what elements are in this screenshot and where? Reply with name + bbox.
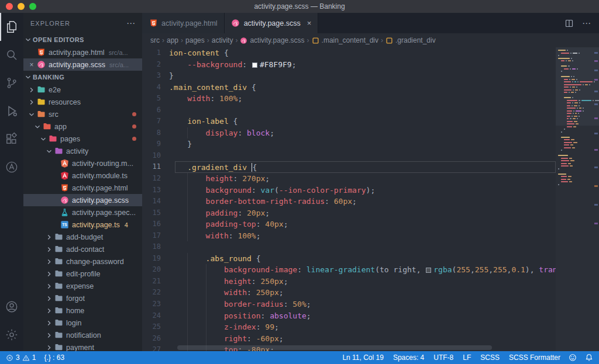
folder-icon (36, 110, 46, 119)
line-number: 8 (142, 127, 169, 139)
breadcrumb-activity-page-scss[interactable]: activity.page.scss (240, 36, 304, 44)
folder-edit-profile[interactable]: edit-profile (23, 268, 142, 280)
feedback-smiley-icon[interactable] (569, 353, 577, 362)
close-window-button[interactable] (6, 3, 13, 10)
code-line-23: 23border-radius: 50%; (142, 299, 556, 310)
search-icon[interactable] (0, 41, 23, 69)
open-editors-header[interactable]: OPEN EDITORS (23, 33, 142, 46)
chevron-right-icon (44, 233, 54, 242)
symbol-class-icon (385, 37, 393, 44)
breadcrumb-separator-icon: › (207, 36, 209, 44)
status-utf-8[interactable]: UTF-8 (433, 353, 453, 362)
folder-src[interactable]: src (23, 108, 142, 120)
status-scss[interactable]: SCSS (480, 353, 500, 362)
open-editor-activity-page-scss[interactable]: ×activity.page.scsssrc/a... (23, 58, 142, 71)
breadcrumb-main-content-div[interactable]: .main_content_div (312, 36, 378, 44)
label: activity (66, 147, 88, 155)
minimize-window-button[interactable] (18, 3, 25, 10)
folder-activity[interactable]: activity (23, 145, 142, 157)
code-editor[interactable]: 1ion-content {2--background: #F8F9F9;3}4… (142, 47, 599, 351)
code-line-1: 1ion-content { (142, 47, 556, 59)
folder-forgot[interactable]: forgot (23, 292, 142, 304)
file-activity-page-scss[interactable]: activity.page.scss (23, 194, 142, 206)
folder-icon (48, 134, 57, 144)
file-activity-page-ts[interactable]: TSactivity.page.ts4 (23, 219, 142, 231)
breadcrumb-app[interactable]: app (167, 36, 178, 44)
status-bar-right: Ln 11, Col 19Spaces: 4UTF-8LFSCSSSCSS Fo… (342, 353, 560, 362)
html-file-icon (36, 48, 46, 57)
breadcrumb-label: activity (212, 36, 233, 44)
folder-pages[interactable]: pages (23, 133, 142, 145)
line-content: height: 250px; (169, 276, 288, 287)
folder-change-password[interactable]: change-password (23, 255, 142, 268)
line-number: 7 (142, 116, 169, 127)
horizontal-scrollbar[interactable] (177, 345, 548, 350)
explorer-icon[interactable] (0, 13, 23, 41)
tab-activity-page-html[interactable]: activity.page.html (142, 13, 225, 33)
label: activity-routing.m... (72, 160, 133, 168)
line-number: 24 (142, 310, 169, 322)
notifications-bell-icon[interactable] (585, 353, 593, 362)
minimap-slider[interactable] (556, 47, 599, 126)
folder-add-budget[interactable]: add-budget (23, 231, 142, 243)
window-controls (0, 3, 36, 10)
breadcrumb-src[interactable]: src (150, 36, 160, 44)
test-file-icon (60, 208, 69, 217)
label: forgot (66, 294, 85, 303)
symbol-class-icon (312, 37, 319, 44)
settings-icon[interactable] (0, 321, 23, 349)
split-editor-icon[interactable] (564, 19, 574, 28)
code-line-6: 6 (142, 105, 556, 116)
chevron-down-icon (33, 122, 42, 131)
folder-icon (42, 122, 51, 131)
label: change-password (66, 258, 124, 266)
label: expense (66, 282, 94, 290)
file-activity-page-spec[interactable]: activity.page.spec... (23, 206, 142, 219)
run-debug-icon[interactable] (0, 97, 23, 125)
folder-payment[interactable]: payment (23, 341, 142, 351)
label: activity.page.scss (72, 196, 129, 204)
status-spaces-4[interactable]: Spaces: 4 (393, 353, 424, 362)
editor-more-actions-icon[interactable]: ⋯ (582, 18, 591, 29)
open-editor-activity-page-html[interactable]: activity.page.htmlsrc/a... (23, 46, 142, 58)
tab-activity-page-scss[interactable]: activity.page.scss× (225, 13, 319, 33)
minimap[interactable] (556, 47, 599, 351)
extensions-icon[interactable] (0, 125, 23, 153)
file-activity-page-html[interactable]: activity.page.html (23, 182, 142, 194)
workspace-header[interactable]: BANKING (23, 71, 142, 84)
status-lf[interactable]: LF (463, 353, 471, 362)
breadcrumb-activity[interactable]: activity (212, 36, 233, 44)
folder-notification[interactable]: notification (23, 329, 142, 341)
close-icon[interactable]: × (307, 19, 312, 27)
folder-icon (54, 294, 63, 303)
breadcrumb-pages[interactable]: pages (185, 36, 205, 44)
editor-group: activity.page.htmlactivity.page.scss× ⋯ … (142, 13, 599, 351)
breadcrumb-gradient-div[interactable]: .gradient_div (385, 36, 436, 44)
account-icon[interactable] (0, 293, 23, 321)
folder-home[interactable]: home (23, 304, 142, 317)
breadcrumb-label: app (167, 36, 178, 44)
status-ln-11-col-19[interactable]: Ln 11, Col 19 (342, 353, 384, 362)
line-number: 16 (142, 219, 169, 230)
status-scss-formatter[interactable]: SCSS Formatter (509, 353, 560, 362)
explorer-more-actions-icon[interactable]: ⋯ (126, 18, 135, 29)
modified-dot-icon (132, 137, 136, 141)
folder-app[interactable]: app (23, 120, 142, 133)
css-selector-count[interactable]: {.} : 63 (44, 353, 64, 362)
chevron-right-icon (44, 294, 54, 303)
angular-icon[interactable] (0, 153, 23, 181)
zoom-window-button[interactable] (29, 3, 36, 10)
folder-e2e[interactable]: e2e (23, 84, 142, 96)
folder-login[interactable]: login (23, 317, 142, 329)
file-activity-routing-m[interactable]: activity-routing.m... (23, 157, 142, 169)
close-icon[interactable]: × (27, 61, 36, 69)
source-control-icon[interactable] (0, 69, 23, 97)
line-content: padding: 20px; (169, 207, 270, 219)
folder-resources[interactable]: resources (23, 96, 142, 108)
folder-add-contact[interactable]: add-contact (23, 243, 142, 255)
breadcrumb-label: .main_content_div (322, 36, 378, 44)
problems-indicator[interactable]: 3 1 (6, 353, 36, 362)
file-activity-module-ts[interactable]: activity.module.ts (23, 169, 142, 182)
scrollbar-slider[interactable] (177, 345, 492, 350)
folder-expense[interactable]: expense (23, 280, 142, 292)
